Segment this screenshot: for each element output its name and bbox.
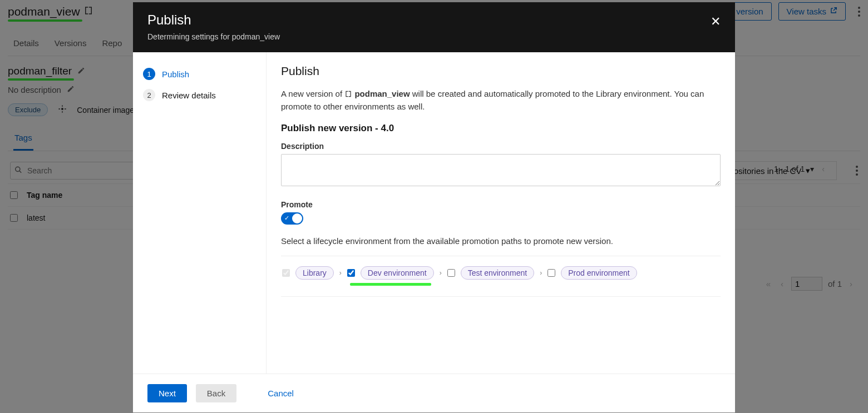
wizard-nav: 1 Publish 2 Review details	[133, 52, 267, 374]
next-button[interactable]: Next	[147, 384, 187, 402]
version-heading: Publish new version - 4.0	[281, 123, 721, 134]
env-dev-checkbox[interactable]	[347, 269, 355, 277]
wizard-intro: A new version of podman_view will be cre…	[281, 88, 721, 113]
chevron-right-icon: ›	[540, 269, 542, 277]
close-button[interactable]: ✕	[711, 14, 721, 29]
close-icon: ✕	[711, 14, 721, 28]
wizard-step-publish[interactable]: 1 Publish	[140, 63, 259, 84]
cancel-button[interactable]: Cancel	[268, 389, 294, 398]
modal-body: 1 Publish 2 Review details Publish A new…	[133, 52, 735, 374]
description-label: Description	[281, 142, 721, 151]
env-prod-checkbox[interactable]	[548, 269, 555, 277]
step-number: 2	[143, 89, 155, 101]
modal-footer: Next Back Cancel	[133, 374, 735, 412]
promote-description: Select a lifecycle environment from the …	[281, 236, 721, 246]
intro-prefix: A new version of	[281, 89, 344, 98]
env-test-chip[interactable]: Test environment	[461, 266, 535, 280]
step-number: 1	[143, 68, 155, 80]
promote-label: Promote	[281, 200, 721, 209]
wizard-heading: Publish	[281, 64, 721, 78]
intro-cv-name: podman_view	[354, 89, 410, 98]
wizard-content: Publish A new version of podman_view wil…	[267, 52, 735, 374]
modal-subtitle: Determining settings for podman_view	[147, 32, 721, 41]
environment-path: Library › Dev environment › Test environ…	[281, 256, 721, 297]
env-library-checkbox	[282, 269, 290, 277]
chevron-right-icon: ›	[440, 269, 442, 277]
modal-title: Publish	[147, 12, 721, 28]
step-label: Review details	[162, 91, 216, 100]
book-icon	[344, 89, 354, 98]
back-button[interactable]: Back	[196, 384, 236, 402]
env-test-checkbox[interactable]	[447, 269, 455, 277]
step-label: Publish	[162, 69, 189, 79]
env-dev-chip[interactable]: Dev environment	[361, 266, 434, 280]
env-prod-chip[interactable]: Prod environment	[561, 266, 637, 280]
wizard-step-review[interactable]: 2 Review details	[140, 84, 259, 106]
modal-header: Publish Determining settings for podman_…	[133, 2, 735, 52]
promote-toggle[interactable]	[281, 212, 303, 225]
description-textarea[interactable]	[281, 154, 721, 186]
env-library-chip: Library	[295, 266, 334, 280]
publish-modal: Publish Determining settings for podman_…	[133, 2, 735, 412]
modal-overlay: Publish Determining settings for podman_…	[0, 0, 868, 413]
chevron-right-icon: ›	[339, 269, 342, 277]
